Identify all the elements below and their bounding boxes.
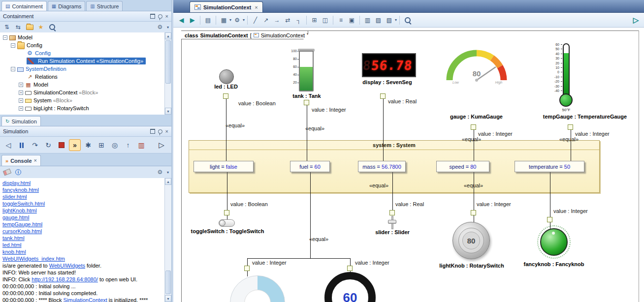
- console-options-button[interactable]: ⚙: [156, 168, 164, 177]
- value-property-temperature[interactable]: temperature = 50: [515, 161, 584, 172]
- connector-speed-lightknob[interactable]: [474, 215, 474, 222]
- tree-item-config[interactable]: ⚙ Config: [0, 49, 171, 57]
- expander-icon[interactable]: +: [19, 106, 23, 111]
- containment-tree-button[interactable]: ▤: [203, 15, 213, 25]
- scroll-down-button[interactable]: ▼: [165, 295, 171, 302]
- console-info-button[interactable]: i: [14, 168, 23, 177]
- port-cursorknob-value[interactable]: [244, 266, 250, 271]
- tree-item-model[interactable]: − Model: [0, 33, 171, 41]
- nav-forward-button[interactable]: ▶: [187, 15, 197, 25]
- animation-options-button[interactable]: ✱: [82, 139, 94, 151]
- port-gauge-value[interactable]: [471, 124, 476, 130]
- slider-handle[interactable]: [388, 220, 396, 224]
- expander-icon[interactable]: +: [19, 98, 23, 103]
- tree-item-systemdefinition[interactable]: − SystemDefinition: [0, 65, 171, 73]
- tab-structure[interactable]: ▥ Structure: [86, 1, 123, 11]
- image-shape-button[interactable]: ▨: [373, 15, 384, 25]
- scrollbar-thumb[interactable]: [165, 271, 171, 294]
- led-widget[interactable]: [219, 69, 234, 84]
- fancyknob-widget[interactable]: [540, 228, 568, 256]
- run-button[interactable]: ▷: [156, 139, 167, 151]
- console-toggle-button[interactable]: »: [69, 139, 81, 151]
- console-scrollbar[interactable]: ▲ ▼: [164, 178, 171, 302]
- console-link[interactable]: SimulationContext: [64, 297, 107, 302]
- tree-item-model-2[interactable]: + ▦ Model: [0, 81, 171, 89]
- scroll-up-button[interactable]: ▲: [165, 178, 171, 185]
- tree-scrollbar[interactable]: ▲ ▼: [164, 32, 171, 115]
- connector-temperature-fancyknob[interactable]: [550, 172, 550, 217]
- connector-speed-lightknob[interactable]: [474, 172, 474, 210]
- connector-tempgauge-temperature[interactable]: [571, 130, 571, 161]
- float-panel-icon[interactable]: [150, 129, 155, 134]
- export-button[interactable]: ↑: [122, 139, 134, 151]
- console-link[interactable]: toggleSwitch.html: [2, 201, 45, 207]
- tree-item-system[interactable]: + System «Block»: [0, 96, 171, 104]
- console-link[interactable]: cursorKnob.html: [2, 228, 42, 234]
- pause-button[interactable]: [16, 139, 28, 151]
- sevenseg-widget[interactable]: 8 56.78: [362, 53, 416, 77]
- scroll-down-button[interactable]: ▼: [165, 108, 171, 115]
- connector-led-light[interactable]: [226, 99, 226, 161]
- console-link[interactable]: lightKnob.html: [2, 208, 37, 213]
- scroll-up-button[interactable]: ▲: [165, 32, 171, 39]
- console-link[interactable]: WebUIWidgets: [49, 263, 85, 269]
- favorites-button[interactable]: ★: [36, 23, 45, 31]
- connector-fuel-branch[interactable]: [247, 258, 350, 259]
- rectilinear-tool-button[interactable]: ┐: [293, 15, 304, 25]
- nav-back-button[interactable]: ◀: [176, 15, 187, 25]
- close-console-tab-icon[interactable]: ×: [34, 158, 37, 163]
- port-fancyknob-value[interactable]: [547, 217, 552, 222]
- dependency-tool-button[interactable]: ↗: [261, 15, 271, 25]
- console-link[interactable]: slider.html: [2, 194, 27, 200]
- panel-options-button[interactable]: ⚙: [156, 23, 164, 31]
- open-folder-button[interactable]: [25, 23, 34, 31]
- expander-icon[interactable]: −: [11, 67, 15, 71]
- value-property-mass[interactable]: mass = 56.7800: [358, 161, 406, 172]
- connector-tank-fuel[interactable]: [307, 105, 307, 161]
- connector-fuel-knob[interactable]: [350, 258, 351, 266]
- note-tool-button[interactable]: ◫: [320, 15, 330, 25]
- port-display-value[interactable]: [380, 93, 386, 99]
- float-panel-icon[interactable]: [150, 14, 155, 19]
- connector-tool-button[interactable]: ⇄: [283, 15, 293, 25]
- pin-panel-icon[interactable]: [158, 129, 162, 134]
- save-results-button[interactable]: ▥: [135, 139, 147, 151]
- tree-item-run-simulation-context[interactable]: Run Simulation Context «SimulationConfig…: [0, 57, 171, 65]
- thermometer-tube[interactable]: [563, 43, 570, 96]
- port-toggleswitch-value[interactable]: [224, 210, 229, 215]
- step-over-button[interactable]: ↻: [42, 139, 54, 151]
- tab-diagrams[interactable]: ▦ Diagrams: [48, 1, 86, 11]
- diagram-options-button[interactable]: ⚙: [232, 15, 242, 25]
- rotaryswitch-widget[interactable]: 80: [452, 222, 490, 259]
- step-into-button[interactable]: ↷: [29, 139, 41, 151]
- association-tool-button[interactable]: →: [272, 15, 282, 25]
- tab-simulation[interactable]: ↻ Simulation: [1, 116, 41, 126]
- swimlane-button[interactable]: ▥: [362, 15, 373, 25]
- console-link[interactable]: http://192.168.228.64:8080/: [32, 276, 98, 282]
- value-property-speed[interactable]: speed = 80: [436, 161, 489, 172]
- create-diagram-button[interactable]: ▦: [219, 15, 229, 25]
- connector-mass-slider[interactable]: [392, 172, 393, 210]
- stop-button[interactable]: [56, 139, 67, 151]
- expander-icon[interactable]: −: [11, 43, 15, 48]
- console-link[interactable]: WebUIWidgets_index.htm: [2, 256, 65, 262]
- close-panel-icon[interactable]: ×: [165, 14, 168, 19]
- expander-icon[interactable]: −: [3, 35, 7, 40]
- run-simulation-button[interactable]: ▷: [631, 15, 641, 25]
- line-tool-button[interactable]: ╱: [250, 15, 260, 25]
- console-link[interactable]: fancyknob.html: [2, 187, 39, 193]
- port-knob-value[interactable]: [347, 266, 353, 271]
- port-tank-value[interactable]: [304, 100, 309, 105]
- search-button[interactable]: [48, 23, 57, 31]
- add-shape-button[interactable]: ⊞: [309, 15, 320, 25]
- connector-display-mass[interactable]: [383, 99, 384, 161]
- tank-widget[interactable]: [299, 51, 314, 91]
- tree-item-biglight[interactable]: + bigLight : RotarySwitch: [0, 104, 171, 112]
- tree-item-relations[interactable]: ↗ Relations: [0, 73, 171, 81]
- step-back-button[interactable]: ◁: [2, 139, 14, 151]
- layout-button[interactable]: ≡: [336, 15, 346, 25]
- tab-console[interactable]: » Console ×: [1, 155, 41, 166]
- sync-selection-button[interactable]: ⇅: [2, 23, 11, 31]
- console-link[interactable]: knob.html: [2, 249, 26, 255]
- scrollbar-thumb[interactable]: [165, 40, 171, 84]
